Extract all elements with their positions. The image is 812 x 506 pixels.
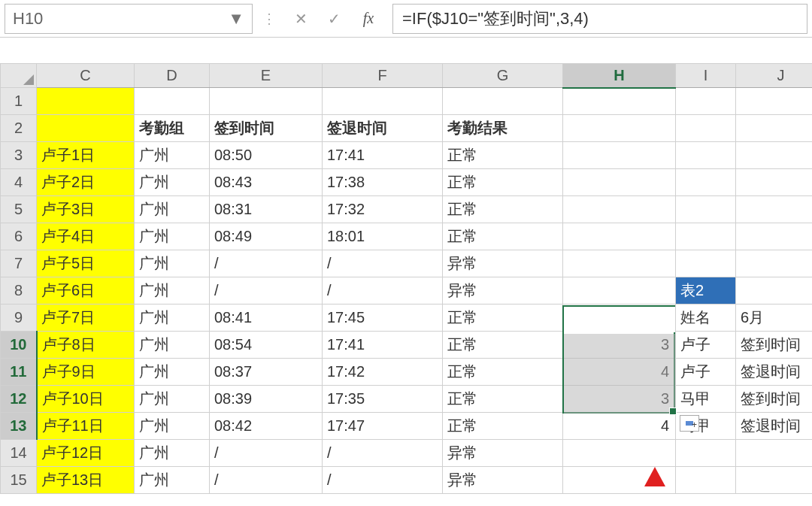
row-header-12[interactable]: 12 [1, 386, 37, 413]
cell-E10[interactable]: 08:54 [210, 332, 323, 359]
cell-J14[interactable] [736, 440, 813, 467]
cell-E9[interactable]: 08:41 [210, 305, 323, 332]
cell-D5[interactable]: 广州 [135, 196, 210, 223]
row-header-6[interactable]: 6 [1, 223, 37, 250]
cell-C4[interactable]: 卢子2日 [37, 169, 135, 196]
cell-J15[interactable] [736, 467, 813, 494]
cell-G12[interactable]: 正常 [443, 386, 563, 413]
cell-J4[interactable] [736, 169, 813, 196]
cell-J13[interactable]: 签退时间 [736, 413, 813, 440]
row-header-9[interactable]: 9 [1, 305, 37, 332]
cell-J10[interactable]: 签到时间 [736, 332, 813, 359]
cell-G15[interactable]: 异常 [443, 467, 563, 494]
worksheet[interactable]: CDEFGHIJ12考勤组签到时间签退时间考勤结果3卢子1日广州08:5017:… [0, 38, 812, 494]
cell-D12[interactable]: 广州 [135, 386, 210, 413]
cell-H4[interactable] [563, 169, 676, 196]
cell-F15[interactable]: / [323, 467, 443, 494]
autofill-options-icon[interactable]: + [680, 415, 699, 432]
cell-D9[interactable]: 广州 [135, 305, 210, 332]
cancel-icon[interactable]: ✕ [286, 4, 316, 34]
cell-H13[interactable]: 4 [563, 413, 676, 440]
cell-E7[interactable]: / [210, 250, 323, 277]
cell-J12[interactable]: 签到时间 [736, 386, 813, 413]
cell-G10[interactable]: 正常 [443, 332, 563, 359]
cell-E13[interactable]: 08:42 [210, 413, 323, 440]
cell-D11[interactable]: 广州 [135, 359, 210, 386]
expand-dots-icon[interactable]: ⋮ [260, 11, 278, 27]
cell-F8[interactable]: / [323, 277, 443, 305]
cell-G6[interactable]: 正常 [443, 223, 563, 250]
cell-H1[interactable] [563, 88, 676, 115]
cell-E5[interactable]: 08:31 [210, 196, 323, 223]
column-header-C[interactable]: C [37, 64, 135, 88]
row-header-13[interactable]: 13 [1, 413, 37, 440]
cell-J7[interactable] [736, 250, 813, 277]
cell-E14[interactable]: / [210, 440, 323, 467]
row-header-14[interactable]: 14 [1, 440, 37, 467]
cell-D3[interactable]: 广州 [135, 142, 210, 169]
cell-C7[interactable]: 卢子5日 [37, 250, 135, 277]
row-header-7[interactable]: 7 [1, 250, 37, 277]
cell-J6[interactable] [736, 223, 813, 250]
row-header-3[interactable]: 3 [1, 142, 37, 169]
cell-C9[interactable]: 卢子7日 [37, 305, 135, 332]
cell-H8[interactable] [563, 277, 676, 305]
cell-I8[interactable]: 表2 [676, 277, 736, 305]
cell-E3[interactable]: 08:50 [210, 142, 323, 169]
cell-D6[interactable]: 广州 [135, 223, 210, 250]
row-header-11[interactable]: 11 [1, 359, 37, 386]
cell-H2[interactable] [563, 115, 676, 142]
column-header-I[interactable]: I [676, 64, 736, 88]
row-header-2[interactable]: 2 [1, 115, 37, 142]
cell-J3[interactable] [736, 142, 813, 169]
cell-D10[interactable]: 广州 [135, 332, 210, 359]
cell-D8[interactable]: 广州 [135, 277, 210, 305]
column-header-H[interactable]: H [563, 64, 676, 88]
cell-E12[interactable]: 08:39 [210, 386, 323, 413]
cell-H14[interactable] [563, 440, 676, 467]
cell-E2[interactable]: 签到时间 [210, 115, 323, 142]
column-header-F[interactable]: F [323, 64, 443, 88]
name-box[interactable]: H10 ▼ [5, 4, 253, 34]
cell-H9[interactable] [563, 305, 676, 332]
cell-C2[interactable] [37, 115, 135, 142]
cell-D4[interactable]: 广州 [135, 169, 210, 196]
cell-J9[interactable]: 6月 [736, 305, 813, 332]
row-header-15[interactable]: 15 [1, 467, 37, 494]
cell-J1[interactable] [736, 88, 813, 115]
row-header-5[interactable]: 5 [1, 196, 37, 223]
cell-E1[interactable] [210, 88, 323, 115]
cell-C13[interactable]: 卢子11日 [37, 413, 135, 440]
cell-D15[interactable]: 广州 [135, 467, 210, 494]
column-header-G[interactable]: G [443, 64, 563, 88]
cell-C8[interactable]: 卢子6日 [37, 277, 135, 305]
cell-G2[interactable]: 考勤结果 [443, 115, 563, 142]
cell-D13[interactable]: 广州 [135, 413, 210, 440]
cell-G5[interactable]: 正常 [443, 196, 563, 223]
row-header-8[interactable]: 8 [1, 277, 37, 305]
column-header-J[interactable]: J [736, 64, 813, 88]
cell-G1[interactable] [443, 88, 563, 115]
cell-G3[interactable]: 正常 [443, 142, 563, 169]
column-header-E[interactable]: E [210, 64, 323, 88]
cell-I2[interactable] [676, 115, 736, 142]
cell-G4[interactable]: 正常 [443, 169, 563, 196]
cell-J8[interactable] [736, 277, 813, 305]
cell-E15[interactable]: / [210, 467, 323, 494]
cell-F4[interactable]: 17:38 [323, 169, 443, 196]
cell-J5[interactable] [736, 196, 813, 223]
cell-F1[interactable] [323, 88, 443, 115]
cell-F9[interactable]: 17:45 [323, 305, 443, 332]
cell-J2[interactable] [736, 115, 813, 142]
cell-F6[interactable]: 18:01 [323, 223, 443, 250]
cell-I9[interactable]: 姓名 [676, 305, 736, 332]
cell-C12[interactable]: 卢子10日 [37, 386, 135, 413]
fx-label[interactable]: fx [352, 10, 385, 27]
cell-E4[interactable]: 08:43 [210, 169, 323, 196]
cell-E11[interactable]: 08:37 [210, 359, 323, 386]
cell-H7[interactable] [563, 250, 676, 277]
cell-I10[interactable]: 卢子 [676, 332, 736, 359]
cell-C14[interactable]: 卢子12日 [37, 440, 135, 467]
cell-F2[interactable]: 签退时间 [323, 115, 443, 142]
cell-F14[interactable]: / [323, 440, 443, 467]
